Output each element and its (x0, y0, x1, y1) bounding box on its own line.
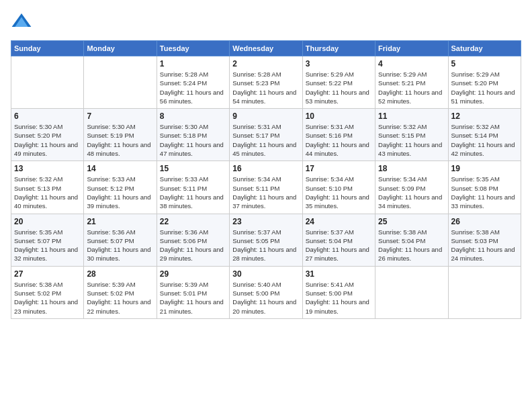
day-info: Sunrise: 5:32 AM Sunset: 5:14 PM Dayligh… (451, 122, 518, 158)
day-info: Sunrise: 5:36 AM Sunset: 5:06 PM Dayligh… (160, 228, 226, 263)
day-info: Sunrise: 5:38 AM Sunset: 5:02 PM Dayligh… (14, 280, 81, 316)
day-number: 3 (306, 59, 372, 68)
calendar-day-cell: 19Sunrise: 5:35 AM Sunset: 5:08 PM Dayli… (448, 161, 521, 214)
day-number: 6 (14, 111, 81, 121)
calendar-empty-cell (11, 56, 84, 109)
day-info: Sunrise: 5:29 AM Sunset: 5:22 PM Dayligh… (306, 70, 372, 105)
day-info: Sunrise: 5:30 AM Sunset: 5:18 PM Dayligh… (160, 122, 226, 158)
day-of-week-header: Tuesday (157, 41, 229, 56)
day-number: 11 (378, 111, 445, 121)
calendar-day-cell: 23Sunrise: 5:37 AM Sunset: 5:05 PM Dayli… (230, 214, 302, 266)
calendar-week-row: 20Sunrise: 5:35 AM Sunset: 5:07 PM Dayli… (11, 214, 521, 266)
day-info: Sunrise: 5:38 AM Sunset: 5:04 PM Dayligh… (378, 228, 445, 263)
day-number: 17 (306, 164, 372, 173)
day-number: 18 (378, 164, 445, 173)
calendar-day-cell: 17Sunrise: 5:34 AM Sunset: 5:10 PM Dayli… (302, 161, 375, 214)
calendar-day-cell: 2Sunrise: 5:28 AM Sunset: 5:23 PM Daylig… (230, 56, 302, 109)
calendar-day-cell: 26Sunrise: 5:38 AM Sunset: 5:03 PM Dayli… (448, 214, 521, 266)
calendar-day-cell: 21Sunrise: 5:36 AM Sunset: 5:07 PM Dayli… (84, 214, 157, 266)
calendar-day-cell: 24Sunrise: 5:37 AM Sunset: 5:04 PM Dayli… (302, 214, 375, 266)
day-number: 24 (306, 217, 372, 226)
calendar-day-cell: 18Sunrise: 5:34 AM Sunset: 5:09 PM Dayli… (375, 161, 448, 214)
calendar-day-cell: 22Sunrise: 5:36 AM Sunset: 5:06 PM Dayli… (157, 214, 229, 266)
day-info: Sunrise: 5:31 AM Sunset: 5:16 PM Dayligh… (306, 122, 372, 158)
calendar-day-cell: 20Sunrise: 5:35 AM Sunset: 5:07 PM Dayli… (11, 214, 84, 266)
day-number: 2 (232, 59, 299, 68)
day-number: 19 (451, 164, 518, 173)
day-number: 27 (14, 269, 81, 279)
calendar-day-cell: 30Sunrise: 5:40 AM Sunset: 5:00 PM Dayli… (230, 266, 302, 318)
calendar-day-cell: 28Sunrise: 5:39 AM Sunset: 5:02 PM Dayli… (84, 266, 157, 318)
day-info: Sunrise: 5:39 AM Sunset: 5:02 PM Dayligh… (87, 280, 153, 316)
day-info: Sunrise: 5:29 AM Sunset: 5:21 PM Dayligh… (378, 70, 445, 105)
day-of-week-header: Monday (84, 41, 157, 56)
calendar-day-cell: 16Sunrise: 5:34 AM Sunset: 5:11 PM Dayli… (230, 161, 302, 214)
day-number: 20 (14, 217, 81, 226)
day-number: 12 (451, 111, 518, 121)
calendar-day-cell: 15Sunrise: 5:33 AM Sunset: 5:11 PM Dayli… (157, 161, 229, 214)
page-header (11, 11, 521, 32)
day-info: Sunrise: 5:41 AM Sunset: 5:00 PM Dayligh… (306, 280, 372, 316)
day-info: Sunrise: 5:37 AM Sunset: 5:04 PM Dayligh… (306, 228, 372, 263)
calendar-day-cell: 14Sunrise: 5:33 AM Sunset: 5:12 PM Dayli… (84, 161, 157, 214)
day-info: Sunrise: 5:29 AM Sunset: 5:20 PM Dayligh… (451, 70, 518, 105)
day-of-week-header: Sunday (11, 41, 84, 56)
calendar-day-cell: 27Sunrise: 5:38 AM Sunset: 5:02 PM Dayli… (11, 266, 84, 318)
calendar-day-cell: 1Sunrise: 5:28 AM Sunset: 5:24 PM Daylig… (157, 56, 229, 109)
day-number: 31 (306, 269, 372, 279)
day-number: 4 (378, 59, 445, 68)
day-number: 25 (378, 217, 445, 226)
day-info: Sunrise: 5:39 AM Sunset: 5:01 PM Dayligh… (160, 280, 226, 316)
day-info: Sunrise: 5:36 AM Sunset: 5:07 PM Dayligh… (87, 228, 153, 263)
day-info: Sunrise: 5:34 AM Sunset: 5:09 PM Dayligh… (378, 175, 445, 210)
calendar-week-row: 27Sunrise: 5:38 AM Sunset: 5:02 PM Dayli… (11, 266, 521, 318)
day-number: 13 (14, 164, 81, 173)
day-of-week-header: Saturday (448, 41, 521, 56)
calendar-day-cell: 9Sunrise: 5:31 AM Sunset: 5:17 PM Daylig… (230, 109, 302, 161)
day-number: 5 (451, 59, 518, 68)
calendar-header-row: SundayMondayTuesdayWednesdayThursdayFrid… (11, 41, 521, 56)
calendar-empty-cell (375, 266, 448, 318)
calendar-empty-cell (448, 266, 521, 318)
calendar-day-cell: 25Sunrise: 5:38 AM Sunset: 5:04 PM Dayli… (375, 214, 448, 266)
day-number: 16 (232, 164, 299, 173)
calendar-day-cell: 13Sunrise: 5:32 AM Sunset: 5:13 PM Dayli… (11, 161, 84, 214)
calendar-day-cell: 5Sunrise: 5:29 AM Sunset: 5:20 PM Daylig… (448, 56, 521, 109)
day-number: 15 (160, 164, 226, 173)
day-number: 7 (87, 111, 153, 121)
day-number: 29 (160, 269, 226, 279)
calendar-day-cell: 10Sunrise: 5:31 AM Sunset: 5:16 PM Dayli… (302, 109, 375, 161)
logo-icon (11, 11, 32, 32)
day-info: Sunrise: 5:38 AM Sunset: 5:03 PM Dayligh… (451, 228, 518, 263)
day-info: Sunrise: 5:32 AM Sunset: 5:13 PM Dayligh… (14, 175, 81, 210)
calendar-day-cell: 11Sunrise: 5:32 AM Sunset: 5:15 PM Dayli… (375, 109, 448, 161)
day-of-week-header: Thursday (302, 41, 375, 56)
calendar-table: SundayMondayTuesdayWednesdayThursdayFrid… (11, 40, 521, 319)
day-info: Sunrise: 5:33 AM Sunset: 5:12 PM Dayligh… (87, 175, 153, 210)
day-info: Sunrise: 5:33 AM Sunset: 5:11 PM Dayligh… (160, 175, 226, 210)
calendar-week-row: 1Sunrise: 5:28 AM Sunset: 5:24 PM Daylig… (11, 56, 521, 109)
day-info: Sunrise: 5:34 AM Sunset: 5:10 PM Dayligh… (306, 175, 372, 210)
day-info: Sunrise: 5:35 AM Sunset: 5:07 PM Dayligh… (14, 228, 81, 263)
day-number: 23 (232, 217, 299, 226)
day-number: 9 (232, 111, 299, 121)
calendar-day-cell: 31Sunrise: 5:41 AM Sunset: 5:00 PM Dayli… (302, 266, 375, 318)
day-number: 8 (160, 111, 226, 121)
calendar-day-cell: 6Sunrise: 5:30 AM Sunset: 5:20 PM Daylig… (11, 109, 84, 161)
day-number: 21 (87, 217, 153, 226)
calendar-day-cell: 3Sunrise: 5:29 AM Sunset: 5:22 PM Daylig… (302, 56, 375, 109)
calendar-day-cell: 29Sunrise: 5:39 AM Sunset: 5:01 PM Dayli… (157, 266, 229, 318)
day-number: 30 (232, 269, 299, 279)
day-number: 22 (160, 217, 226, 226)
calendar-week-row: 13Sunrise: 5:32 AM Sunset: 5:13 PM Dayli… (11, 161, 521, 214)
calendar-empty-cell (84, 56, 157, 109)
day-info: Sunrise: 5:30 AM Sunset: 5:19 PM Dayligh… (87, 122, 153, 158)
day-info: Sunrise: 5:34 AM Sunset: 5:11 PM Dayligh… (232, 175, 299, 210)
day-number: 1 (160, 59, 226, 68)
logo (11, 11, 35, 32)
day-number: 14 (87, 164, 153, 173)
day-info: Sunrise: 5:28 AM Sunset: 5:24 PM Dayligh… (160, 70, 226, 105)
calendar-day-cell: 12Sunrise: 5:32 AM Sunset: 5:14 PM Dayli… (448, 109, 521, 161)
day-info: Sunrise: 5:35 AM Sunset: 5:08 PM Dayligh… (451, 175, 518, 210)
day-info: Sunrise: 5:40 AM Sunset: 5:00 PM Dayligh… (232, 280, 299, 316)
